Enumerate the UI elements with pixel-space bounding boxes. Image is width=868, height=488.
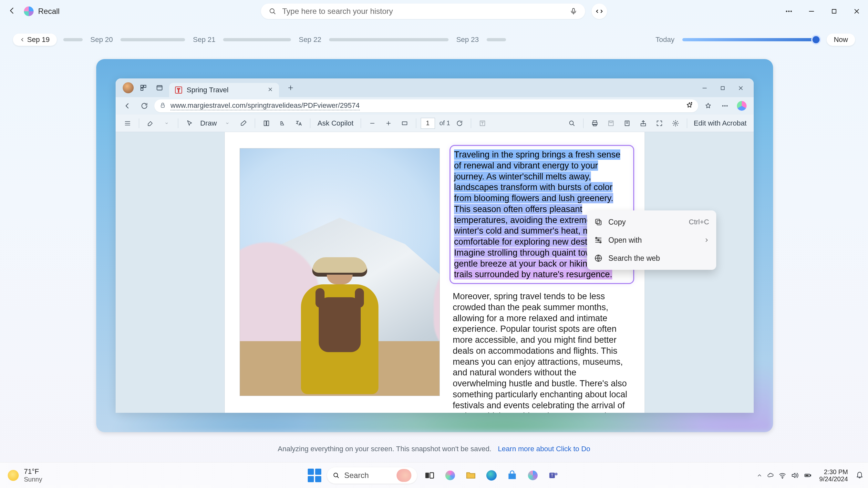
zoom-in-icon[interactable]	[382, 117, 395, 130]
onedrive-tray-icon[interactable]	[767, 472, 774, 479]
ask-copilot-button[interactable]: Ask Copilot	[315, 119, 356, 128]
edge-close-button[interactable]	[732, 81, 750, 95]
edge-minimize-button[interactable]	[695, 81, 714, 95]
chevron-up-icon[interactable]	[756, 473, 763, 478]
wifi-tray-icon[interactable]	[779, 471, 786, 479]
search-ai-highlight-icon	[397, 469, 411, 482]
timeline-now-label: Now	[834, 35, 848, 44]
zoom-out-icon[interactable]	[366, 117, 379, 130]
new-tab-button[interactable]	[284, 82, 297, 94]
history-search-input[interactable]	[282, 7, 564, 16]
share-icon[interactable]	[637, 117, 650, 130]
recall-timeline: Sep 19 Sep 20 Sep 21 Sep 22 Sep 23 Today…	[0, 29, 868, 51]
learn-more-link[interactable]: Learn more about Click to Do	[498, 445, 590, 453]
edge-taskbar-icon[interactable]	[483, 467, 500, 484]
tab-close-icon[interactable]	[268, 87, 273, 94]
maximize-button[interactable]	[823, 0, 845, 23]
edge-maximize-button[interactable]	[714, 81, 732, 95]
close-button[interactable]	[845, 0, 868, 23]
draw-dropdown-icon[interactable]	[221, 117, 234, 130]
timeline-start-label: Sep 19	[27, 35, 50, 44]
fullscreen-icon[interactable]	[653, 117, 666, 130]
copilot-sidebar-button[interactable]	[735, 99, 748, 112]
edge-tab-strip: Spring Travel	[116, 78, 754, 97]
add-favorite-icon[interactable]	[686, 102, 693, 110]
select-icon[interactable]	[183, 117, 196, 130]
fit-page-icon[interactable]	[398, 117, 411, 130]
snapshot-status: Analyzing everything on your screen. Thi…	[0, 445, 868, 453]
timeline-segment[interactable]	[120, 38, 185, 41]
app-identity: Recall	[24, 6, 60, 16]
weather-condition: Sunny	[24, 476, 42, 483]
timeline-playhead[interactable]	[812, 36, 819, 43]
nav-refresh-button[interactable]	[137, 99, 151, 112]
copilot-taskbar-icon[interactable]	[442, 467, 459, 484]
svg-point-26	[675, 122, 677, 124]
microphone-icon[interactable]	[569, 7, 578, 15]
page-view-icon[interactable]	[259, 117, 273, 130]
file-explorer-icon[interactable]	[462, 467, 479, 484]
taskbar-weather[interactable]: 71°F Sunny	[8, 462, 42, 488]
more-button[interactable]	[778, 0, 800, 23]
read-aloud-icon[interactable]	[276, 117, 289, 130]
notifications-icon[interactable]	[856, 471, 864, 480]
timeline-today-track[interactable]	[682, 38, 817, 41]
translate-icon[interactable]	[292, 117, 306, 130]
erase-icon[interactable]	[237, 117, 250, 130]
timeline-segment[interactable]	[487, 38, 506, 41]
settings-more-button[interactable]	[718, 99, 732, 112]
volume-tray-icon[interactable]	[791, 471, 799, 479]
tab-actions-icon[interactable]	[153, 82, 166, 94]
context-open-with[interactable]: Open with	[587, 231, 716, 249]
profile-avatar[interactable]	[123, 82, 134, 93]
workspaces-icon[interactable]	[137, 82, 150, 94]
task-view-icon[interactable]	[421, 467, 438, 484]
open-with-icon	[594, 236, 602, 244]
timeline-now-pill[interactable]: Now	[827, 34, 855, 46]
svg-rect-42	[810, 475, 811, 476]
taskbar-search[interactable]: Search	[327, 467, 417, 484]
contents-icon[interactable]	[121, 117, 134, 130]
timeline-segment[interactable]	[223, 38, 291, 41]
highlighter-icon[interactable]	[144, 117, 157, 130]
context-copy[interactable]: Copy Ctrl+C	[587, 213, 716, 231]
browser-tab[interactable]: Spring Travel	[169, 83, 279, 97]
timeline-segment[interactable]	[63, 38, 83, 41]
start-button[interactable]	[306, 467, 323, 484]
favorites-button[interactable]	[702, 99, 715, 112]
add-text-icon[interactable]	[476, 117, 489, 130]
pdf-viewport[interactable]: Traveling in the spring brings a fresh s…	[116, 132, 754, 413]
print-icon[interactable]	[588, 117, 601, 130]
timeline-today-label: Today	[654, 35, 676, 44]
history-search-field[interactable]	[261, 4, 585, 19]
taskbar-search-label: Search	[344, 471, 392, 480]
taskbar-clock[interactable]: 2:30 PM 9/24/2024	[819, 468, 848, 483]
system-tray[interactable]	[756, 471, 812, 479]
edge-url-row: www.margiestravel.com/springtravelideas/…	[116, 97, 754, 115]
add-note-icon[interactable]	[620, 117, 634, 130]
svg-rect-16	[267, 121, 269, 126]
edit-acrobat-button[interactable]: Edit with Acrobat	[692, 119, 748, 128]
save-icon[interactable]	[604, 117, 618, 130]
address-bar[interactable]: www.margiestravel.com/springtravelideas/…	[154, 99, 698, 112]
nav-back-button[interactable]	[121, 99, 134, 112]
highlighter-dropdown-icon[interactable]	[160, 117, 174, 130]
context-search-web[interactable]: Search the web	[587, 249, 716, 267]
draw-label[interactable]: Draw	[199, 119, 218, 128]
recall-taskbar-icon[interactable]	[524, 467, 541, 484]
store-icon[interactable]	[504, 467, 521, 484]
pdf-settings-icon[interactable]	[669, 117, 682, 130]
svg-point-4	[791, 11, 792, 12]
timeline-date: Sep 21	[191, 35, 217, 44]
weather-sun-icon	[8, 470, 19, 481]
timeline-start-pill[interactable]: Sep 19	[13, 34, 57, 46]
teams-icon[interactable]: T	[545, 467, 562, 484]
page-number-input[interactable]	[421, 118, 435, 129]
back-button[interactable]	[8, 6, 17, 17]
rotate-icon[interactable]	[453, 117, 466, 130]
timeline-snap-button[interactable]	[592, 4, 607, 19]
battery-tray-icon[interactable]	[803, 471, 812, 479]
minimize-button[interactable]	[800, 0, 823, 23]
timeline-segment[interactable]	[329, 38, 448, 41]
find-icon[interactable]	[565, 117, 579, 130]
